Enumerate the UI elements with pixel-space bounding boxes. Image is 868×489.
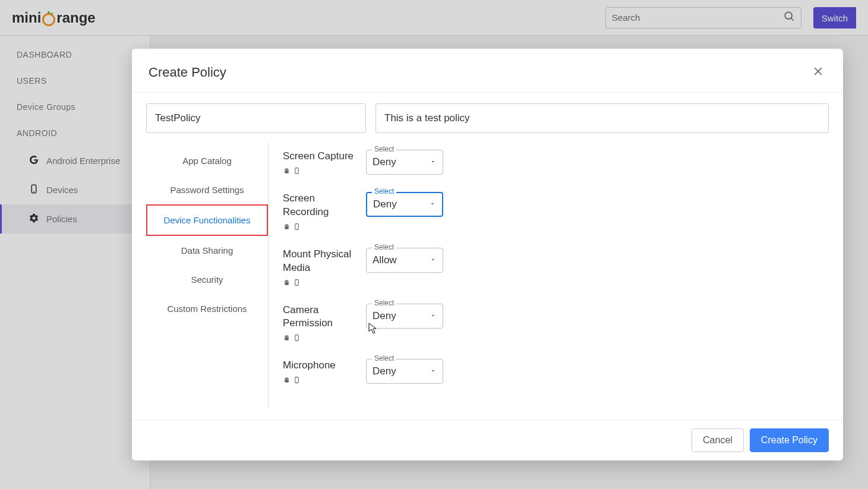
chevron-down-icon (430, 157, 437, 168)
chevron-down-icon (430, 255, 437, 266)
select-microphone[interactable]: Deny Select (366, 359, 443, 384)
device-icons (283, 332, 359, 346)
select-camera-permission[interactable]: Deny Select (366, 304, 443, 329)
phone-icon (293, 277, 301, 291)
select-floating-label: Select (372, 354, 396, 362)
select-floating-label: Select (372, 299, 396, 307)
android-icon (283, 165, 291, 179)
cancel-button[interactable]: Cancel (692, 428, 744, 452)
modal-footer: Cancel Create Policy (132, 419, 843, 460)
svg-rect-6 (295, 168, 298, 174)
select-value: Deny (373, 156, 396, 168)
android-icon (283, 277, 291, 291)
setting-label-text: Screen Recording (283, 193, 329, 217)
setting-label-text: Mount Physical Media (283, 248, 351, 273)
android-icon (283, 221, 291, 235)
svg-rect-9 (295, 335, 298, 341)
setting-label-text: Camera Permission (283, 304, 333, 329)
android-icon (283, 332, 291, 346)
input-row (146, 103, 829, 133)
select-value: Allow (373, 254, 397, 266)
select-floating-label: Select (372, 243, 396, 251)
tab-custom-restrictions[interactable]: Custom Restrictions (146, 294, 268, 323)
setting-label: Screen Recording (283, 192, 359, 235)
select-screen-recording[interactable]: Deny Select (366, 192, 443, 217)
setting-label: Microphone (283, 359, 359, 388)
settings-column: Screen Capture Deny Select (269, 143, 829, 409)
setting-label-text: Microphone (283, 359, 336, 371)
svg-rect-8 (295, 279, 298, 285)
setting-microphone: Microphone Deny Select (283, 359, 815, 388)
select-floating-label: Select (372, 187, 396, 195)
modal-header: Create Policy (132, 49, 843, 93)
chevron-down-icon (430, 311, 437, 321)
policy-name-input[interactable] (146, 103, 366, 133)
phone-icon (293, 165, 301, 179)
select-screen-capture[interactable]: Deny Select (366, 150, 443, 175)
policy-description-input[interactable] (375, 103, 829, 133)
phone-icon (293, 332, 301, 346)
body-split: App Catalog Password Settings Device Fun… (146, 143, 829, 409)
tab-app-catalog[interactable]: App Catalog (146, 146, 268, 175)
tab-column: App Catalog Password Settings Device Fun… (146, 143, 269, 409)
setting-camera-permission: Camera Permission Deny Select (283, 304, 815, 346)
select-floating-label: Select (372, 145, 396, 153)
create-policy-button[interactable]: Create Policy (750, 428, 829, 452)
setting-screen-capture: Screen Capture Deny Select (283, 150, 815, 179)
select-mount-physical-media[interactable]: Allow Select (366, 248, 443, 273)
setting-screen-recording: Screen Recording Deny Select (283, 192, 815, 235)
device-icons (283, 277, 359, 291)
setting-mount-physical-media: Mount Physical Media Allow Select (283, 248, 815, 291)
svg-rect-10 (295, 377, 298, 383)
select-value: Deny (373, 310, 396, 322)
close-icon (812, 70, 824, 79)
tab-data-sharing[interactable]: Data Sharing (146, 236, 268, 265)
tab-device-functionalities[interactable]: Device Functionalities (146, 204, 268, 236)
setting-label: Screen Capture (283, 150, 359, 179)
device-icons (283, 374, 359, 388)
select-value: Deny (373, 365, 396, 377)
phone-icon (293, 374, 301, 388)
phone-icon (293, 221, 301, 235)
setting-label: Mount Physical Media (283, 248, 359, 291)
device-icons (283, 221, 359, 235)
create-policy-modal: Create Policy App Catalog Password Setti… (132, 49, 843, 460)
modal-body: App Catalog Password Settings Device Fun… (132, 93, 843, 419)
svg-rect-7 (295, 223, 298, 229)
chevron-down-icon (429, 199, 436, 210)
setting-label-text: Screen Capture (283, 150, 353, 162)
close-button[interactable] (810, 63, 826, 81)
setting-label: Camera Permission (283, 304, 359, 346)
android-icon (283, 374, 291, 388)
select-value: Deny (373, 198, 397, 210)
device-icons (283, 165, 359, 179)
chevron-down-icon (430, 366, 437, 377)
modal-title: Create Policy (149, 65, 226, 80)
tab-security[interactable]: Security (146, 265, 268, 294)
tab-password-settings[interactable]: Password Settings (146, 175, 268, 204)
